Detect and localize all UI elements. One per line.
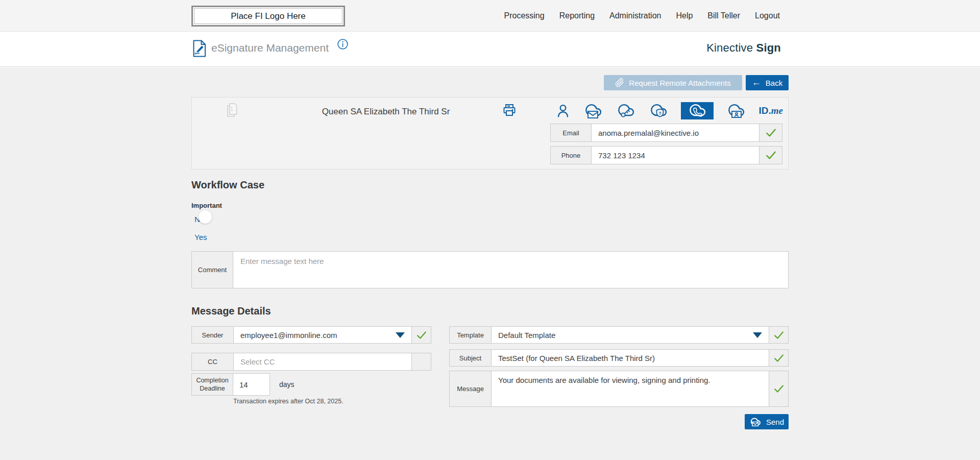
nav-administration[interactable]: Administration (609, 11, 661, 20)
important-label: Important (191, 202, 222, 209)
sender-label: Sender (192, 327, 234, 343)
document-pages-icon: 1 (226, 102, 240, 119)
message-valid-cell (769, 371, 788, 406)
message-textarea[interactable]: Your documents are available for viewing… (492, 371, 769, 406)
cloud-send-icon (749, 417, 762, 427)
paperclip-icon (615, 78, 624, 87)
cc-label: CC (192, 353, 234, 370)
phone-label: Phone (551, 147, 592, 164)
nav-help[interactable]: Help (676, 11, 693, 20)
send-label: Send (766, 418, 784, 426)
delivery-channels: ? (555, 101, 783, 121)
days-unit-label: days (279, 373, 295, 396)
sender-valid-cell (411, 327, 431, 343)
fi-logo-text: Place FI Logo Here (231, 11, 305, 21)
message-row: Message Your documents are available for… (449, 371, 789, 407)
person-icon[interactable] (555, 103, 571, 119)
check-icon (773, 384, 785, 394)
print-icon[interactable] (502, 103, 517, 119)
brand-name: Kinective (706, 41, 753, 54)
nav-reporting[interactable]: Reporting (559, 11, 595, 20)
sender-select[interactable]: employee1@immonline.com (234, 327, 411, 343)
fi-logo-placeholder: Place FI Logo Here (191, 6, 345, 27)
page-title: eSignature Management (211, 42, 329, 54)
completion-deadline-label: Completion Deadline (191, 373, 233, 396)
email-label: Email (551, 124, 592, 141)
phone-field-row: Phone (550, 146, 782, 164)
completion-deadline-row: Completion Deadline days (191, 373, 295, 396)
cloud-key-icon[interactable] (616, 102, 636, 119)
template-row: Template Default Template (449, 326, 789, 344)
request-remote-attachments-button[interactable]: Request Remote Attachments (604, 75, 742, 90)
cloud-security-question-icon[interactable]: ? (648, 102, 669, 119)
template-label: Template (450, 327, 492, 343)
important-option-yes[interactable]: Yes (194, 233, 207, 241)
template-value: Default Template (498, 331, 555, 340)
back-label: Back (766, 79, 782, 87)
esignature-page: Place FI Logo Here Processing Reporting … (0, 0, 980, 460)
template-valid-cell (769, 327, 788, 343)
template-select[interactable]: Default Template (492, 327, 769, 343)
phone-valid-cell (759, 147, 782, 164)
recipient-card: 1 Queen SA Elizabeth The Third Sr (191, 97, 789, 170)
nav-processing[interactable]: Processing (504, 11, 545, 20)
comment-label: Comment (191, 251, 233, 288)
sender-row: Sender employee1@immonline.com (191, 326, 431, 344)
subject-label: Subject (450, 350, 492, 366)
request-remote-attachments-label: Request Remote Attachments (629, 79, 730, 87)
content-area: Request Remote Attachments ← Back 1 Quee… (0, 67, 980, 460)
comment-textarea[interactable] (233, 251, 789, 288)
cloud-email-icon[interactable] (583, 102, 603, 119)
workflow-case-title: Workflow Case (191, 179, 264, 191)
sender-value: employee1@immonline.com (240, 331, 337, 340)
check-icon (765, 150, 777, 160)
subject-input[interactable] (492, 350, 769, 366)
svg-text:x: x (194, 52, 197, 55)
chevron-down-icon[interactable] (753, 332, 762, 338)
check-icon (416, 330, 427, 340)
expiration-note: Transaction expires after Oct 28, 2025. (233, 398, 344, 405)
cc-row: CC (191, 353, 431, 371)
back-button[interactable]: ← Back (746, 75, 789, 90)
message-label: Message (450, 371, 492, 406)
chevron-down-icon[interactable] (396, 332, 405, 338)
email-input[interactable] (592, 124, 759, 141)
recipient-name: Queen SA Elizabeth The Third Sr (279, 107, 493, 117)
brand-product: Sign (756, 41, 781, 54)
svg-text:1: 1 (230, 106, 233, 112)
svg-text:?: ? (658, 111, 662, 116)
send-button[interactable]: Send (745, 414, 789, 429)
esignature-document-icon: x (191, 39, 207, 58)
message-details-title: Message Details (191, 305, 271, 317)
back-arrow-icon: ← (752, 78, 761, 87)
cc-empty-cell (411, 353, 431, 370)
email-field-row: Email (550, 124, 782, 142)
kinective-sign-logo: Kinective Sign (706, 41, 781, 55)
cloud-phone-icon[interactable] (681, 102, 714, 119)
subject-valid-cell (769, 350, 788, 366)
nav-logout[interactable]: Logout (755, 11, 780, 20)
info-icon[interactable] (337, 38, 349, 50)
email-valid-cell (759, 124, 782, 141)
main-nav: Processing Reporting Administration Help… (504, 0, 780, 32)
check-icon (765, 128, 777, 138)
check-icon (773, 330, 785, 340)
app-header: x eSignature Management Kinective Sign (0, 32, 980, 67)
cloud-id-card-icon[interactable] (726, 102, 746, 119)
check-icon (773, 353, 785, 363)
idme-logo[interactable]: ID.me (758, 105, 783, 116)
comment-row: Comment (191, 251, 789, 288)
completion-deadline-input[interactable] (233, 373, 270, 396)
idme-bold-text: ID. (758, 105, 771, 116)
phone-input[interactable] (592, 147, 759, 164)
idme-italic-text: me (771, 105, 783, 116)
toggle-knob[interactable] (199, 210, 212, 224)
nav-user-bill-teller[interactable]: Bill Teller (707, 11, 740, 20)
cc-input[interactable] (234, 353, 411, 370)
subject-row: Subject (449, 349, 789, 367)
topbar: Place FI Logo Here Processing Reporting … (0, 0, 980, 32)
